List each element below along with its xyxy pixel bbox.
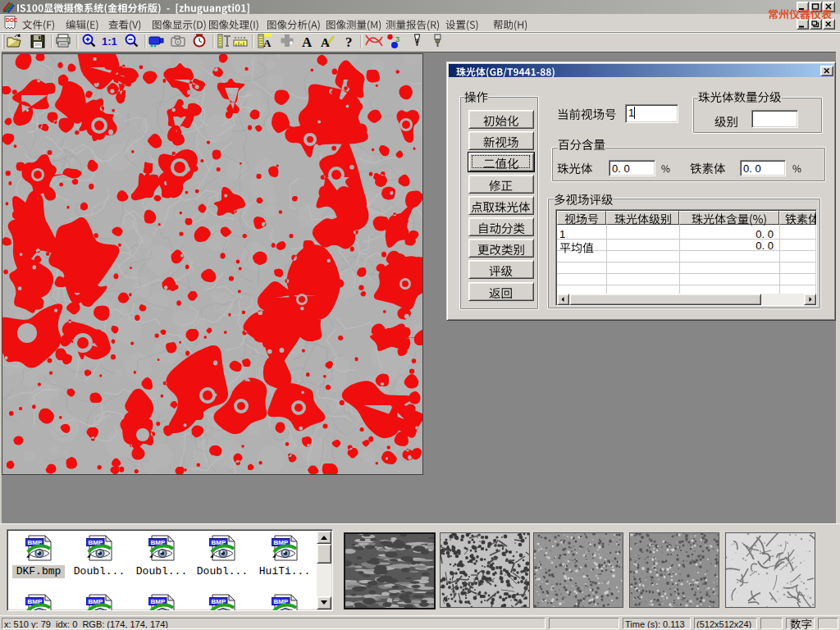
- svg-text:DOC: DOC: [6, 17, 17, 23]
- svg-text:A: A: [302, 34, 313, 50]
- svg-text:?: ?: [345, 34, 353, 50]
- svg-text:A: A: [263, 37, 272, 49]
- svg-text:1:1: 1:1: [102, 35, 117, 48]
